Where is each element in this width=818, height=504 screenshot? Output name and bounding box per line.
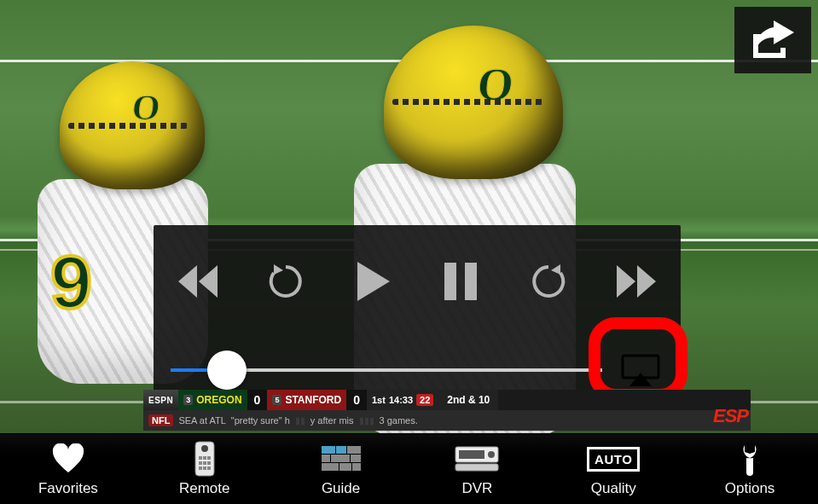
dvr-icon [454,441,500,477]
down-distance: 2nd & 10 [438,390,498,410]
svg-rect-24 [459,450,484,459]
nav-remote[interactable]: Remote [141,441,269,497]
svg-rect-21 [339,463,351,471]
fast-forward-button[interactable] [606,254,665,309]
svg-rect-14 [322,446,335,454]
helmet-logo: O [130,87,162,128]
heart-icon [51,441,85,477]
svg-rect-19 [351,455,361,462]
svg-rect-17 [322,455,330,462]
away-rank: 3 [183,395,193,405]
svg-rect-26 [455,464,498,471]
svg-point-25 [488,451,495,458]
network-badge: ESPN [143,390,178,410]
remote-icon [194,441,215,477]
wrench-icon [735,441,764,477]
away-name: OREGON [196,394,241,406]
nav-favorites[interactable]: Favorites [4,441,132,497]
quarter: 1st [372,395,386,405]
player-helmet: O [384,26,563,179]
guide-grid-icon [322,441,361,477]
airplay-button[interactable] [618,347,664,393]
score-top-row: ESPN 3 OREGON 0 5 STANFORD 0 1st 14:33 2… [143,390,751,410]
svg-rect-22 [352,463,361,471]
ticker-text: y after mis [310,415,354,426]
seek-row [154,319,681,396]
svg-rect-13 [207,466,211,470]
nav-quality[interactable]: AUTO Quality [549,441,677,497]
nav-label: Quality [591,480,636,497]
svg-rect-9 [203,461,206,465]
svg-rect-8 [199,461,202,465]
away-score: 0 [247,390,268,410]
clock-block: 1st 14:33 22 [367,390,438,410]
nav-dvr[interactable]: DVR [413,441,541,497]
rewind-icon [175,264,223,299]
svg-rect-6 [203,456,206,460]
play-button[interactable] [344,254,403,309]
nav-label: Options [725,480,775,497]
airplay-icon [621,354,660,386]
skip-back-button[interactable] [256,254,316,309]
fast-forward-icon [612,264,659,299]
home-score: 0 [346,390,367,410]
jersey-number: 9 [50,239,92,326]
auto-badge-icon: AUTO [587,441,640,477]
ticker-text: 3 games. [380,415,418,426]
nav-guide[interactable]: Guide [277,441,405,497]
home-team: 5 STANFORD [267,390,346,410]
ticker-league-badge: NFL [148,414,173,426]
auto-badge-text: AUTO [587,447,640,472]
nav-options[interactable]: Options [686,441,814,497]
score-bug: ESPN 3 OREGON 0 5 STANFORD 0 1st 14:33 2… [143,390,751,431]
share-button[interactable] [734,7,811,73]
svg-point-4 [201,445,208,452]
away-team: 3 OREGON [178,390,247,410]
bottom-nav: Favorites Remote Guide [0,434,818,504]
play-icon [354,260,393,303]
home-rank: 5 [272,395,281,405]
nav-label: Remote [179,480,230,497]
svg-rect-7 [207,456,211,460]
skip-forward-button[interactable] [519,254,578,309]
pause-button[interactable] [431,254,490,309]
svg-rect-12 [203,466,206,470]
svg-rect-11 [199,466,202,470]
game-clock: 14:33 [389,395,413,405]
pause-icon [443,261,479,302]
svg-rect-1 [465,263,477,300]
ticker-quote: "pretty sure" h [231,415,290,426]
skip-forward-icon [529,262,568,301]
seek-track[interactable] [171,368,602,372]
ticker-game: SEA at ATL [178,415,225,426]
svg-rect-0 [444,263,456,300]
score-ticker: NFL SEA at ATL "pretty sure" h ▮▮ y afte… [143,410,751,431]
share-icon [748,19,798,61]
nav-label: DVR [461,480,492,497]
seek-thumb[interactable] [207,350,247,390]
svg-rect-5 [199,456,202,460]
rewind-button[interactable] [169,254,229,309]
home-name: STANFORD [285,394,341,406]
nav-label: Guide [322,480,360,497]
playback-controls-panel [154,225,681,406]
player-helmet: O [60,61,205,189]
svg-rect-15 [336,446,346,454]
svg-rect-18 [331,455,350,462]
skip-back-icon [266,262,305,301]
svg-rect-16 [347,446,361,454]
svg-rect-10 [207,461,211,465]
transport-row [154,225,681,319]
helmet-logo: O [475,58,517,111]
svg-rect-20 [322,463,339,471]
play-clock: 22 [416,394,433,406]
nav-label: Favorites [38,480,98,497]
